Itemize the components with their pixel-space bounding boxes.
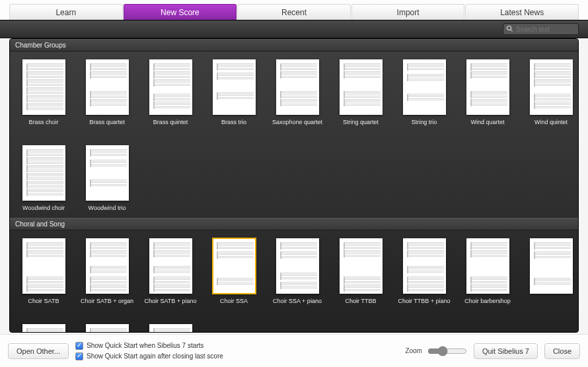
template-label: String quartet (324, 119, 397, 125)
template-card[interactable]: Woodwind trio (85, 145, 129, 211)
template-thumbnail (466, 59, 509, 115)
template-card[interactable] (149, 324, 192, 333)
search-icon (506, 25, 513, 34)
show-quickstart-startup[interactable]: Show Quick Start when Sibelius 7 starts (75, 342, 223, 350)
template-card[interactable]: Wind quartet (466, 59, 509, 125)
template-label: Choir TTBB (324, 298, 397, 304)
template-card[interactable]: Choir TTBB (339, 238, 383, 304)
template-thumbnail (22, 59, 65, 115)
startup-options: Show Quick Start when Sibelius 7 starts … (75, 342, 223, 360)
template-label: Choir SATB + organ (71, 298, 143, 304)
group-body: Choir SATBChoir SATB + organChoir SATB +… (10, 230, 578, 333)
template-thumbnail (213, 59, 256, 115)
template-thumbnail (86, 324, 129, 333)
template-thumbnail (276, 59, 319, 115)
checkbox-label: Show Quick Start when Sibelius 7 starts (87, 342, 203, 349)
template-label: String trio (388, 119, 460, 125)
tab-latest-news[interactable]: Latest News (465, 4, 579, 20)
template-thumbnail (22, 145, 65, 201)
template-label: Choir SATB + piano (134, 298, 207, 304)
template-thumbnail (530, 59, 573, 115)
footer-bar: Open Other... Show Quick Start when Sibe… (0, 334, 588, 367)
template-label: Choir SSA (198, 298, 270, 304)
template-card[interactable]: String quartet (339, 59, 383, 125)
template-card[interactable]: Brass trio (212, 59, 256, 125)
template-thumbnail (403, 238, 446, 294)
quit-button[interactable]: Quit Sibelius 7 (474, 343, 538, 359)
checkbox-label: Show Quick Start again after closing las… (87, 352, 223, 360)
template-card[interactable]: Choir SATB + piano (149, 238, 192, 304)
template-thumbnail (22, 324, 65, 333)
template-label: Brass choir (9, 119, 80, 125)
template-label: Saxophone quartet (261, 119, 334, 125)
template-gallery[interactable]: Chamber GroupsBrass choirBrass quartetBr… (9, 38, 579, 333)
template-label: Brass quartet (71, 119, 143, 125)
template-card[interactable] (85, 324, 129, 333)
top-tabbar: LearnNew ScoreRecentImportLatest News (0, 0, 588, 20)
tab-learn[interactable]: Learn (9, 4, 123, 20)
search-box[interactable] (503, 23, 579, 35)
template-card[interactable]: Choir SSA + piano (276, 238, 319, 304)
template-label: Choir SATB (9, 298, 80, 304)
show-quickstart-after-close[interactable]: Show Quick Start again after closing las… (75, 352, 223, 360)
template-card[interactable]: Choir SATB (22, 238, 65, 304)
template-label: Brass quintet (134, 119, 207, 125)
template-thumbnail (340, 238, 383, 294)
template-label: Brass trio (198, 119, 270, 125)
template-thumbnail (149, 59, 192, 115)
zoom-label: Zoom (405, 347, 422, 354)
template-label: Woodwind trio (71, 205, 143, 211)
template-label: Choir barbershop (451, 298, 524, 304)
tab-import[interactable]: Import (351, 4, 465, 20)
template-thumbnail (213, 238, 256, 294)
template-thumbnail (530, 238, 573, 294)
tab-new-score[interactable]: New Score (124, 4, 237, 20)
template-card[interactable] (22, 324, 65, 333)
template-thumbnail (86, 238, 129, 294)
template-label: Wind quintet (515, 119, 579, 125)
checkbox[interactable] (75, 342, 83, 350)
template-label: Choir TTBB + piano (388, 298, 460, 304)
tab-recent[interactable]: Recent (237, 4, 351, 20)
template-card[interactable]: Choir TTBB + piano (402, 238, 446, 304)
group-body: Brass choirBrass quartetBrass quintetBra… (10, 51, 578, 218)
template-card[interactable]: Brass quartet (85, 59, 129, 125)
close-button[interactable]: Close (544, 343, 580, 359)
template-label: Woodwind choir (9, 205, 80, 211)
template-card[interactable]: Choir SSA (212, 238, 256, 304)
group-header: Choral and Song (10, 218, 578, 230)
template-card[interactable]: Brass choir (22, 59, 65, 125)
open-other-button[interactable]: Open Other... (8, 343, 69, 359)
template-card[interactable]: Choir SATB + organ (85, 238, 129, 304)
search-input[interactable] (516, 26, 588, 33)
template-thumbnail (86, 145, 129, 201)
template-thumbnail (22, 238, 65, 294)
template-thumbnail (276, 238, 319, 294)
template-label: Wind quartet (451, 119, 524, 125)
template-thumbnail (403, 59, 446, 115)
template-thumbnail (466, 238, 509, 294)
group-header: Chamber Groups (10, 39, 578, 51)
template-label: Choir SSA + piano (261, 298, 334, 304)
template-card[interactable] (529, 238, 573, 304)
zoom-slider[interactable] (427, 346, 467, 356)
template-card[interactable]: String trio (402, 59, 446, 125)
template-thumbnail (340, 59, 383, 115)
template-thumbnail (86, 59, 129, 115)
template-card[interactable]: Woodwind choir (22, 145, 65, 211)
checkbox[interactable] (75, 352, 83, 360)
zoom-control: Zoom (405, 346, 467, 356)
template-card[interactable]: Saxophone quartet (276, 59, 319, 125)
template-card[interactable]: Wind quintet (529, 59, 573, 125)
template-thumbnail (149, 324, 192, 333)
template-card[interactable]: Brass quintet (149, 59, 192, 125)
search-row (0, 20, 588, 38)
template-card[interactable]: Choir barbershop (466, 238, 509, 304)
template-thumbnail (149, 238, 192, 294)
